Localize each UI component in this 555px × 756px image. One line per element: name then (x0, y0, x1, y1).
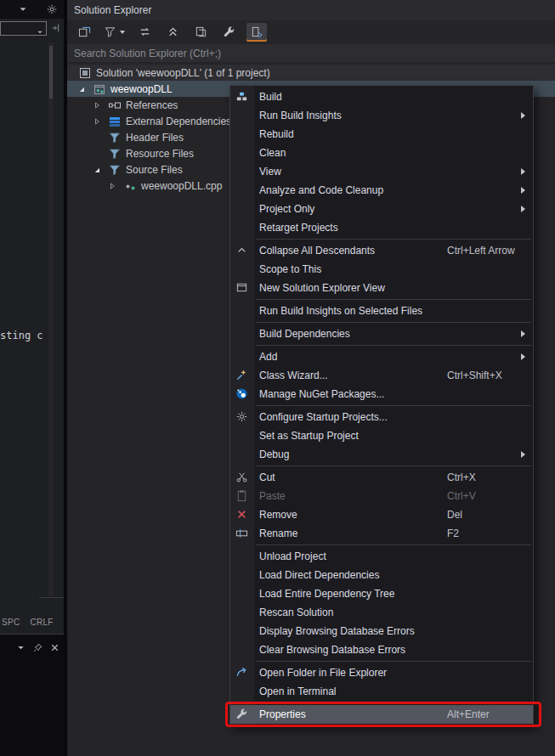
menu-item-paste[interactable]: PasteCtrl+V (230, 487, 533, 505)
search-input[interactable] (67, 44, 555, 62)
menu-item-analyze-and-code-cleanup[interactable]: Analyze and Code Cleanup (230, 181, 533, 200)
submenu-arrow-icon (521, 353, 525, 360)
cut-icon (235, 471, 249, 484)
chevron-down-icon[interactable] (15, 641, 26, 652)
menu-separator (256, 322, 531, 323)
menu-item-run-build-insights-on-selected-files[interactable]: Run Build Insights on Selected Files (230, 302, 533, 320)
menu-item-load-entire-dependency-tree[interactable]: Load Entire Dependency Tree (230, 584, 533, 603)
menu-item-debug[interactable]: Debug (230, 445, 533, 464)
menu-item-retarget-projects[interactable]: Retarget Projects (230, 218, 533, 237)
menu-icon-placeholder (235, 606, 249, 619)
menu-item-run-build-insights[interactable]: Run Build Insights (230, 106, 533, 125)
new-view-icon (235, 281, 249, 295)
menu-item-label: Load Direct Dependencies (259, 569, 379, 581)
chevron-down-icon[interactable] (17, 3, 29, 15)
menu-separator (256, 702, 531, 703)
dock-icon[interactable] (50, 22, 62, 34)
build-icon (235, 90, 249, 104)
menu-item-rescan-solution[interactable]: Rescan Solution (230, 603, 533, 622)
menu-item-rebuild[interactable]: Rebuild (230, 125, 533, 144)
menu-item-cut[interactable]: CutCtrl+X (230, 468, 533, 487)
wrench-icon (235, 708, 249, 721)
status-spc: SPC (2, 618, 20, 627)
menu-item-manage-nuget-packages[interactable]: Manage NuGet Packages... (230, 385, 533, 403)
menu-item-label: Retarget Projects (259, 222, 338, 234)
tree-item-label: weewoopDLL.cpp (141, 180, 222, 192)
menu-item-label: Rebuild (259, 128, 294, 140)
menu-item-project-only[interactable]: Project Only (230, 200, 533, 218)
scrollbar-corner (39, 597, 64, 598)
switch-views-button[interactable] (74, 23, 94, 42)
menu-item-configure-startup-projects[interactable]: Configure Startup Projects... (230, 408, 533, 426)
scrollbar-thumb[interactable] (49, 46, 53, 99)
pending-changes-filter-button[interactable] (102, 23, 127, 42)
menu-item-build[interactable]: Build (230, 87, 533, 106)
rename-icon (235, 527, 249, 540)
collapse-descendants-icon (235, 244, 249, 257)
external-deps-icon (108, 115, 122, 128)
menu-item-label: Cut (259, 471, 275, 483)
menu-item-open-folder-in-file-explorer[interactable]: Open Folder in File Explorer (230, 663, 533, 682)
menu-item-load-direct-dependencies[interactable]: Load Direct Dependencies (230, 566, 533, 584)
collapsed-icon[interactable] (91, 99, 103, 111)
close-icon[interactable] (49, 641, 60, 652)
menu-item-clean[interactable]: Clean (230, 144, 533, 162)
properties-button[interactable] (218, 23, 239, 42)
menu-item-add[interactable]: Add (230, 347, 533, 366)
filter-folder-icon (108, 163, 122, 177)
sync-icon (139, 25, 151, 38)
menu-item-shortcut: F2 (447, 528, 459, 539)
navigation-dropdown[interactable] (0, 21, 47, 36)
chevron-down-icon (36, 25, 44, 33)
menu-item-clear-browsing-database-errors[interactable]: Clear Browsing Database Errors (230, 640, 533, 659)
menu-icon-placeholder (235, 304, 249, 318)
menu-item-rename[interactable]: RenameF2 (230, 524, 533, 543)
collapse-all-button[interactable] (162, 23, 183, 42)
menu-item-build-dependencies[interactable]: Build Dependencies (230, 324, 533, 343)
menu-item-scope-to-this[interactable]: Scope to This (230, 260, 533, 279)
menu-item-view[interactable]: View (230, 162, 533, 181)
tree-item-label: References (126, 99, 178, 111)
menu-icon-placeholder (235, 183, 249, 197)
menu-item-label: Scope to This (259, 263, 321, 275)
solution-icon (78, 66, 92, 80)
menu-item-shortcut: Del (447, 509, 462, 521)
menu-item-open-in-terminal[interactable]: Open in Terminal (230, 682, 533, 701)
menu-item-collapse-all-descendants[interactable]: Collapse All DescendantsCtrl+Left Arrow (230, 241, 533, 260)
expanded-icon[interactable] (76, 83, 88, 95)
menu-item-remove[interactable]: RemoveDel (230, 505, 533, 524)
expanded-icon[interactable] (91, 164, 103, 176)
menu-item-unload-project[interactable]: Unload Project (230, 547, 533, 566)
chevron-down-icon (120, 31, 125, 34)
expander-placeholder (91, 148, 103, 160)
collapsed-icon[interactable] (91, 116, 103, 127)
editor-scrollbar[interactable] (48, 42, 54, 596)
menu-item-class-wizard[interactable]: Class Wizard...Ctrl+Shift+X (230, 366, 533, 385)
preview-selected-items-button[interactable] (246, 23, 267, 42)
menu-item-new-solution-explorer-view[interactable]: New Solution Explorer View (230, 279, 533, 297)
project-context-menu: BuildRun Build InsightsRebuildCleanViewA… (229, 85, 534, 726)
menu-item-display-browsing-database-errors[interactable]: Display Browsing Database Errors (230, 622, 533, 640)
menu-item-shortcut: Ctrl+Shift+X (447, 370, 502, 381)
menu-icon-placeholder (235, 568, 249, 582)
menu-item-label: Rescan Solution (259, 606, 333, 618)
show-all-files-button[interactable] (190, 23, 211, 42)
menu-item-label: Debug (259, 449, 289, 460)
sync-with-active-document-button[interactable] (134, 23, 155, 42)
menu-icon-placeholder (235, 165, 249, 178)
gear-icon[interactable] (46, 3, 58, 15)
menu-item-set-as-startup-project[interactable]: Set as Startup Project (230, 426, 533, 445)
menu-icon-placeholder (235, 624, 249, 638)
collapsed-icon[interactable] (106, 180, 118, 192)
menu-item-label: Configure Startup Projects... (259, 411, 388, 423)
menu-icon-placeholder (235, 685, 249, 698)
tree-item-solution-weewoopdll-1-of-1-project[interactable]: Solution 'weewoopDLL' (1 of 1 project) (67, 65, 555, 81)
preview-items-icon (251, 25, 263, 38)
menu-item-label: Properties (259, 708, 306, 720)
menu-item-properties[interactable]: PropertiesAlt+Enter (230, 705, 533, 724)
menu-item-label: Collapse All Descendants (259, 245, 375, 257)
references-icon (108, 99, 122, 112)
pin-icon[interactable] (32, 641, 43, 652)
menu-item-label: Display Browsing Database Errors (259, 625, 415, 637)
switch-views-icon (78, 25, 91, 38)
